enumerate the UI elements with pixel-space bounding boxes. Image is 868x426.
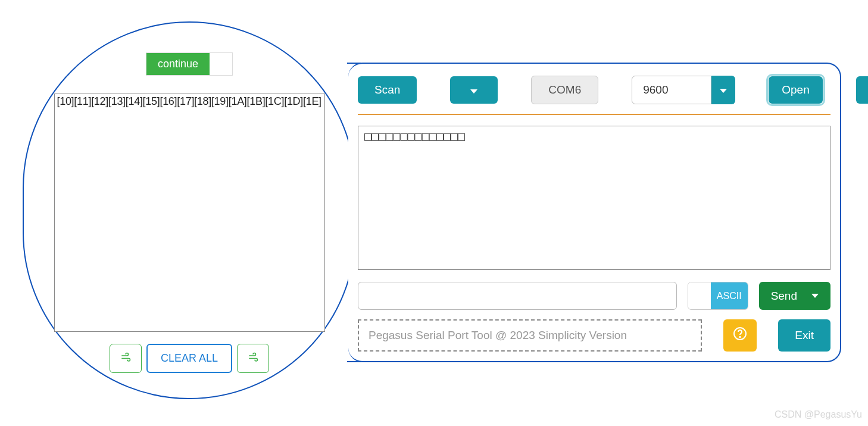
footer-text: Pegasus Serial Port Tool @ 2023 Simplici… (358, 319, 702, 352)
send-button[interactable]: Send (759, 282, 830, 310)
left-button-row: CLEAR ALL (110, 344, 269, 373)
chevron-down-icon (470, 89, 477, 94)
mode-label: ASCII (711, 282, 748, 309)
wind-icon (247, 352, 259, 365)
continue-button[interactable]: continue (146, 53, 210, 75)
send-button-label: Send (771, 290, 797, 303)
right-panel: Scan COM6 Open Close □□□□□□□□□□□□□□ ASCI… (348, 63, 841, 362)
port-dropdown-button[interactable] (450, 76, 498, 104)
continue-button-group: continue (146, 52, 233, 76)
receive-textarea[interactable]: □□□□□□□□□□□□□□ (358, 126, 830, 270)
clear-all-button[interactable]: CLEAR ALL (146, 344, 232, 373)
svg-point-1 (740, 337, 741, 338)
scan-button[interactable]: Scan (358, 76, 417, 104)
footer-row: Pegasus Serial Port Tool @ 2023 Simplici… (358, 319, 830, 352)
baud-dropdown-button[interactable] (711, 76, 735, 104)
help-button[interactable] (723, 319, 757, 352)
exit-button[interactable]: Exit (778, 319, 830, 352)
open-button[interactable]: Open (769, 76, 822, 104)
mode-blank (688, 282, 711, 309)
send-input[interactable] (358, 282, 677, 310)
close-button[interactable]: Close (856, 76, 868, 104)
wind-icon-button-left[interactable] (110, 344, 142, 373)
watermark: CSDN @PegasusYu (775, 409, 862, 420)
question-icon (733, 327, 747, 344)
topbar: Scan COM6 Open Close (358, 76, 830, 115)
continue-gap (210, 53, 232, 75)
mode-toggle[interactable]: ASCII (688, 282, 748, 310)
send-row: ASCII Send (358, 282, 830, 310)
baud-group (632, 76, 735, 104)
port-value: COM6 (531, 76, 598, 104)
baud-input[interactable] (632, 76, 711, 104)
chevron-down-icon (811, 294, 819, 298)
wind-icon (120, 352, 132, 365)
chevron-down-icon (720, 89, 727, 93)
wind-icon-button-right[interactable] (237, 344, 269, 373)
left-panel: continue [10][11][12][13][14][15][16][17… (23, 21, 356, 399)
left-hex-output[interactable]: [10][11][12][13][14][15][16][17][18][19]… (54, 94, 325, 332)
